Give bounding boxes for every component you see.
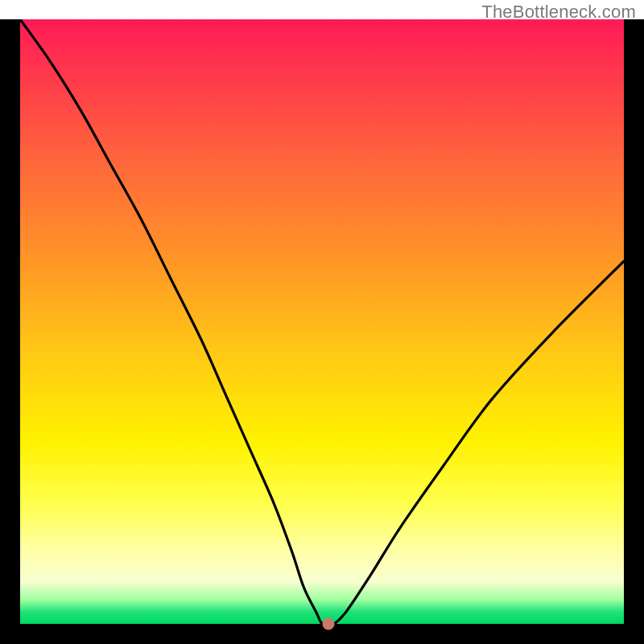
optimal-point-marker <box>322 618 334 630</box>
chart-container: TheBottleneck.com <box>0 0 644 644</box>
watermark-text: TheBottleneck.com <box>481 2 636 23</box>
bottleneck-curve <box>20 19 624 624</box>
plot-area <box>20 19 624 624</box>
plot-frame <box>0 19 644 644</box>
